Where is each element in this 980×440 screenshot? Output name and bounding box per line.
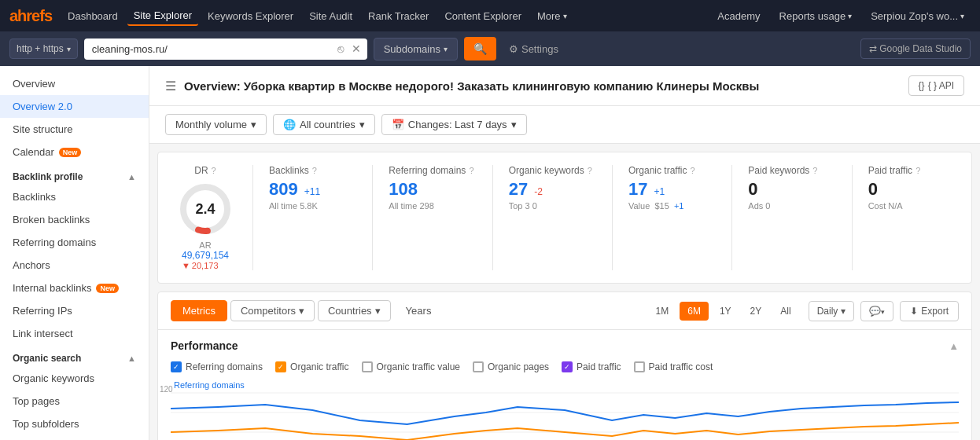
ar-value: 49,679,154: [182, 250, 229, 261]
sidebar-item-referring-domains[interactable]: Referring domains: [0, 231, 149, 254]
export-button[interactable]: ⬇ Export: [900, 301, 959, 321]
nav-academy[interactable]: Academy: [711, 7, 766, 25]
url-bar: http + https ▾ ⎋ ✕ Subdomains ▾ 🔍 ⚙ Sett…: [0, 31, 980, 66]
sidebar-item-site-structure[interactable]: Site structure: [0, 118, 149, 141]
legend-organic-traffic-value[interactable]: Organic traffic value: [362, 361, 461, 372]
sidebar-item-internal-backlinks[interactable]: Internal backlinks New: [0, 277, 149, 299]
nav-item-rank-tracker[interactable]: Rank Tracker: [362, 7, 435, 25]
page-title: Overview: Уборка квартир в Москве недоро…: [184, 79, 759, 93]
more-caret-icon: ▾: [563, 12, 567, 20]
tab-competitors[interactable]: Competitors ▾: [230, 300, 315, 321]
legend-organic-traffic[interactable]: ✓ Organic traffic: [275, 361, 348, 372]
clear-url-icon[interactable]: ✕: [350, 41, 363, 57]
divider-4: [612, 165, 613, 270]
backlinks-help-icon[interactable]: ?: [312, 166, 317, 175]
sidebar-item-referring-ips[interactable]: Referring IPs: [0, 299, 149, 322]
daily-caret-icon: ▾: [841, 306, 846, 317]
sidebar-item-top-pages[interactable]: Top pages: [0, 390, 149, 412]
tab-countries[interactable]: Countries ▾: [318, 300, 391, 321]
sidebar-item-link-intersect[interactable]: Link intersect: [0, 322, 149, 345]
nav-item-content-explorer[interactable]: Content Explorer: [438, 7, 528, 25]
legend-paid-traffic-checkbox[interactable]: ✓: [562, 361, 573, 372]
sidebar-item-top-subdomains[interactable]: Top subdomains: [0, 435, 149, 440]
sidebar-item-overview[interactable]: Overview: [0, 72, 149, 95]
nav-item-keywords-explorer[interactable]: Keywords Explorer: [201, 7, 300, 25]
paid-traffic-help-icon[interactable]: ?: [916, 166, 920, 175]
dr-label: DR ?: [194, 165, 216, 176]
user-caret-icon: ▾: [960, 12, 964, 20]
organic-keywords-sub: Top 3 0: [509, 201, 596, 211]
tab-years[interactable]: Years: [394, 300, 444, 321]
comment-button[interactable]: 💬▾: [860, 301, 893, 321]
performance-chart: [171, 377, 959, 440]
changes-caret-icon: ▾: [511, 119, 517, 130]
backlinks-delta: +11: [304, 186, 320, 197]
sidebar-item-organic-keywords[interactable]: Organic keywords: [0, 367, 149, 390]
time-2y[interactable]: 2Y: [742, 302, 770, 321]
volume-filter[interactable]: Monthly volume ▾: [165, 114, 267, 135]
paid-keywords-value: 0: [748, 179, 757, 199]
chart-series-label: Referring domains: [174, 380, 245, 390]
backlink-section-toggle[interactable]: ▲: [127, 172, 136, 182]
subdomains-caret-icon: ▾: [444, 45, 448, 53]
legend-paid-traffic[interactable]: ✓ Paid traffic: [562, 361, 621, 372]
legend-organic-pages-checkbox[interactable]: [473, 361, 484, 372]
organic-keywords-help-icon[interactable]: ?: [588, 166, 592, 175]
time-all[interactable]: All: [772, 302, 798, 321]
daily-select[interactable]: Daily ▾: [809, 301, 855, 321]
nav-item-more[interactable]: More ▾: [531, 7, 573, 25]
ar-label: AR: [182, 240, 229, 250]
changes-filter[interactable]: 📅 Changes: Last 7 days ▾: [381, 114, 527, 135]
menu-icon[interactable]: ☰: [165, 79, 176, 94]
sidebar-item-calendar[interactable]: Calendar New: [0, 141, 149, 163]
time-6m[interactable]: 6M: [680, 302, 709, 321]
divider-3: [492, 165, 493, 270]
nav-item-site-audit[interactable]: Site Audit: [303, 7, 359, 25]
sidebar-item-overview2[interactable]: Overview 2.0: [0, 95, 149, 118]
protocol-caret-icon: ▾: [67, 45, 71, 53]
tab-metrics[interactable]: Metrics: [171, 300, 227, 321]
chart-y-120: 120: [160, 385, 173, 394]
legend-referring-domains[interactable]: ✓ Referring domains: [171, 361, 263, 372]
sidebar-item-backlinks[interactable]: Backlinks: [0, 185, 149, 208]
url-input[interactable]: [84, 38, 367, 60]
legend-organic-traffic-value-checkbox[interactable]: [362, 361, 373, 372]
legend-paid-traffic-cost-checkbox[interactable]: [634, 361, 645, 372]
time-1m[interactable]: 1M: [648, 302, 677, 321]
performance-title: Performance: [171, 339, 238, 352]
sidebar-item-top-subfolders[interactable]: Top subfolders: [0, 412, 149, 435]
sidebar-item-anchors[interactable]: Anchors: [0, 254, 149, 277]
time-1y[interactable]: 1Y: [712, 302, 739, 321]
referring-domains-sub: All time 298: [389, 201, 476, 211]
paid-keywords-help-icon[interactable]: ?: [812, 166, 817, 175]
performance-collapse-icon[interactable]: ▲: [949, 340, 959, 352]
sidebar-item-broken-backlinks[interactable]: Broken backlinks: [0, 208, 149, 231]
legend-organic-pages[interactable]: Organic pages: [473, 361, 549, 372]
nav-user-menu[interactable]: Serpiou Zop's wo... ▾: [864, 7, 971, 25]
open-external-icon[interactable]: ⎋: [336, 41, 345, 57]
logo[interactable]: ahrefs: [9, 7, 52, 25]
api-button[interactable]: {} { } API: [908, 75, 964, 96]
legend-paid-traffic-cost[interactable]: Paid traffic cost: [634, 361, 713, 372]
google-data-studio-button[interactable]: ⇄ Google Data Studio: [860, 38, 971, 59]
nav-item-site-explorer[interactable]: Site Explorer: [127, 6, 198, 26]
main-layout: Overview Overview 2.0 Site structure Cal…: [0, 66, 980, 440]
referring-domains-help-icon[interactable]: ?: [469, 166, 473, 175]
dr-help-icon[interactable]: ?: [212, 166, 216, 175]
nav-reports-usage[interactable]: Reports usage ▾: [773, 7, 859, 25]
organic-section-toggle[interactable]: ▲: [127, 354, 136, 363]
legend-referring-domains-checkbox[interactable]: ✓: [171, 361, 182, 372]
filter-bar: Monthly volume ▾ 🌐 All countries ▾ 📅 Cha…: [149, 106, 980, 144]
metric-organic-traffic: Organic traffic ? 17 +1 Value $15 +1: [628, 165, 716, 211]
search-button[interactable]: 🔍: [464, 37, 496, 60]
nav-item-dashboard[interactable]: Dashboard: [61, 7, 124, 25]
subdomains-select[interactable]: Subdomains ▾: [374, 38, 458, 60]
backlinks-value: 809: [269, 179, 298, 200]
calendar-new-badge: New: [59, 148, 82, 157]
organic-traffic-help-icon[interactable]: ?: [690, 166, 694, 175]
settings-button[interactable]: ⚙ Settings: [503, 38, 565, 60]
metric-paid-traffic: Paid traffic ? 0 Cost N/A: [868, 165, 956, 211]
legend-organic-traffic-checkbox[interactable]: ✓: [275, 361, 286, 372]
protocol-select[interactable]: http + https ▾: [9, 38, 78, 59]
countries-filter[interactable]: 🌐 All countries ▾: [273, 114, 375, 135]
